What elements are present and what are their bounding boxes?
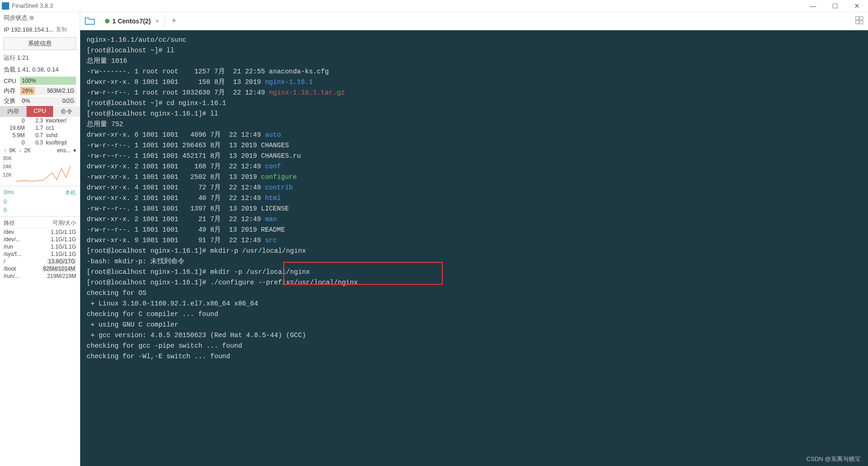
terminal-line: + using GNU C compiler — [87, 320, 862, 330]
disk-row[interactable]: /dev/...1.1G/1.1G — [0, 236, 80, 243]
window-title: FinalShell 3.8.3 — [12, 2, 804, 9]
minimize-button[interactable]: — — [804, 1, 822, 11]
tab-close-button[interactable]: × — [155, 17, 159, 25]
terminal-line: + Linux 3.10.0-1160.92.1.el7.x86_64 x86_… — [87, 299, 862, 309]
terminal-line: [root@localhost ~]# cd nginx-1.16.1 — [87, 98, 862, 109]
latency-0a: 0 — [0, 198, 80, 206]
layout-grid-icon[interactable] — [855, 16, 863, 26]
terminal-line: drwxr-xr-x. 2 1001 1001 21 7月 22 12:49 m… — [87, 214, 862, 225]
terminal-line: checking for OS — [87, 288, 862, 299]
disk-table: /dev1.1G/1.1G/dev/...1.1G/1.1G/run1.1G/1… — [0, 228, 80, 280]
terminal-line: + gcc version: 4.8.5 20150623 (Red Hat 4… — [87, 330, 862, 341]
mem-row: 内存 26%563M/2.1G — [0, 86, 80, 96]
terminal-line: -rw-r--r--. 1 1001 1001 296463 8月 13 201… — [87, 140, 862, 151]
swap-row: 交换 0%0/2G — [0, 96, 80, 106]
disk-row[interactable]: /sys/f...1.1G/1.1G — [0, 250, 80, 258]
terminal-line: [root@localhost ~]# ll — [87, 45, 862, 56]
svg-rect-1 — [860, 17, 863, 20]
sync-label: 同步状态 — [4, 14, 27, 22]
terminal[interactable]: nginx-1.16.1/auto/cc/sunc[root@localhost… — [80, 30, 868, 466]
terminal-line: -rw-r--r--. 1 1001 1001 1397 8月 13 2019 … — [87, 204, 862, 214]
terminal-line: drwxr-xr-x. 6 1001 1001 4096 7月 22 12:49… — [87, 130, 862, 140]
sidebar: 同步状态 IP 192.168.154.1... 复制 系统信息 运行 1:21… — [0, 12, 80, 466]
uptime: 运行 1:21 — [0, 52, 80, 64]
close-button[interactable]: ✕ — [848, 1, 866, 11]
svg-rect-2 — [856, 21, 859, 24]
titlebar: FinalShell 3.8.3 — ☐ ✕ — [0, 0, 868, 12]
folder-icon[interactable] — [83, 15, 97, 27]
terminal-line: 总用量 1016 — [87, 56, 862, 67]
terminal-line: checking for -Wl,-E switch ... found — [87, 351, 862, 362]
terminal-line: drwxr-xr-x. 9 1001 1001 91 7月 22 12:49 s… — [87, 235, 862, 246]
terminal-line: [root@localhost nginx-1.16.1]# mkdir -p … — [87, 267, 862, 277]
sync-status: 同步状态 — [0, 12, 80, 24]
terminal-line: [root@localhost nginx-1.16.1]# mkdir-p /… — [87, 246, 862, 256]
terminal-line: drwxr-xr-x. 2 1001 1001 40 7月 22 12:49 h… — [87, 193, 862, 204]
tab-label: 1 Centos7(2) — [112, 17, 151, 25]
tab-add-button[interactable]: + — [165, 16, 183, 26]
tab-cpu[interactable]: CPU — [27, 106, 53, 117]
net-chart: 35K 24K 12K — [2, 155, 78, 183]
terminal-line: drwxr-xr-x. 4 1001 1001 72 7月 22 12:49 c… — [87, 183, 862, 193]
status-dot-icon — [105, 19, 110, 23]
terminal-line: [root@localhost nginx-1.16.1]# ll — [87, 109, 862, 119]
terminal-line: -rw-r--r--. 1 1001 1001 49 8月 13 2019 RE… — [87, 225, 862, 235]
terminal-line: checking for gcc -pipe switch ... found — [87, 341, 862, 351]
maximize-button[interactable]: ☐ — [826, 1, 844, 11]
load-avg: 负载 1.41, 0.38, 0.14 — [0, 64, 80, 76]
process-row[interactable]: 19.6M1.7cc1 — [0, 124, 80, 132]
terminal-line: drwxr-xr-x. 8 1001 1001 158 8月 13 2019 n… — [87, 77, 862, 88]
terminal-line: [root@localhost nginx-1.16.1]# ./configu… — [87, 277, 862, 288]
svg-rect-3 — [860, 21, 863, 24]
disk-row[interactable]: /run1.1G/1.1G — [0, 243, 80, 250]
terminal-line: -rw-r--r--. 1 root root 1032630 7月 22 12… — [87, 88, 862, 98]
content-area: 1 Centos7(2) × + nginx-1.16.1/auto/cc/su… — [80, 12, 868, 466]
terminal-line: -rw-------. 1 root root 1257 7月 21 22:55… — [87, 67, 862, 77]
svg-rect-0 — [856, 17, 859, 20]
latency-0b: 0 — [0, 206, 80, 214]
process-row[interactable]: 5.9M0.7sshd — [0, 132, 80, 139]
dropdown-icon[interactable]: ▾ — [73, 147, 76, 154]
terminal-line: -rw-r--r--. 1 1001 1001 452171 8月 13 201… — [87, 151, 862, 161]
tab-memory[interactable]: 内存 — [0, 106, 27, 117]
ip-row: IP 192.168.154.1... 复制 — [0, 24, 80, 35]
app-icon — [2, 2, 9, 10]
cpu-row: CPU 100% — [0, 76, 80, 86]
terminal-line: checking for C compiler ... found — [87, 309, 862, 320]
process-row[interactable]: 00.3ksoftirqd — [0, 139, 80, 146]
ip-text: IP 192.168.154.1... — [4, 26, 54, 33]
net-iface[interactable]: ens... — [57, 147, 71, 154]
highlight-box — [283, 262, 443, 285]
latency-row: 0ms 本机 — [0, 188, 80, 198]
disk-row[interactable]: /13.8G/17G — [0, 258, 80, 265]
terminal-line: 总用量 752 — [87, 119, 862, 130]
copy-ip-link[interactable]: 复制 — [56, 26, 67, 33]
terminal-line: -rwxr-xr-x. 1 1001 1001 2502 8月 13 2019 … — [87, 172, 862, 183]
process-table: 02.3kworker/19.6M1.7cc15.9M0.7sshd00.3ks… — [0, 117, 80, 146]
tab-command[interactable]: 命令 — [53, 106, 80, 117]
disk-row[interactable]: /dev1.1G/1.1G — [0, 228, 80, 236]
system-info-button[interactable]: 系统信息 — [4, 37, 76, 50]
upload-icon: ↑ — [4, 147, 6, 154]
tab-session-1[interactable]: 1 Centos7(2) × — [99, 15, 165, 28]
disk-header: 路径 可用/大小 — [0, 218, 80, 228]
process-row[interactable]: 02.3kworker/ — [0, 117, 80, 124]
mem-label: 内存 — [4, 87, 18, 95]
terminal-line: -bash: mkdir-p: 未找到命令 — [87, 256, 862, 267]
cpu-label: CPU — [4, 78, 18, 84]
sync-dot-icon — [29, 16, 34, 20]
tabs-bar: 1 Centos7(2) × + — [80, 12, 868, 30]
swap-label: 交换 — [4, 97, 18, 105]
disk-row[interactable]: /run/...219M/219M — [0, 272, 80, 280]
terminal-line: drwxr-xr-x. 2 1001 1001 168 7月 22 12:49 … — [87, 161, 862, 172]
download-icon: ↓ — [19, 147, 22, 154]
net-row: ↑9K ↓2K ens... ▾ — [0, 146, 80, 155]
watermark: CSDN @东离与糖宝 — [806, 455, 861, 463]
disk-row[interactable]: /boot825M/1014M — [0, 265, 80, 272]
process-tabs: 内存 CPU 命令 — [0, 106, 80, 117]
terminal-line: nginx-1.16.1/auto/cc/sunc — [87, 35, 862, 45]
